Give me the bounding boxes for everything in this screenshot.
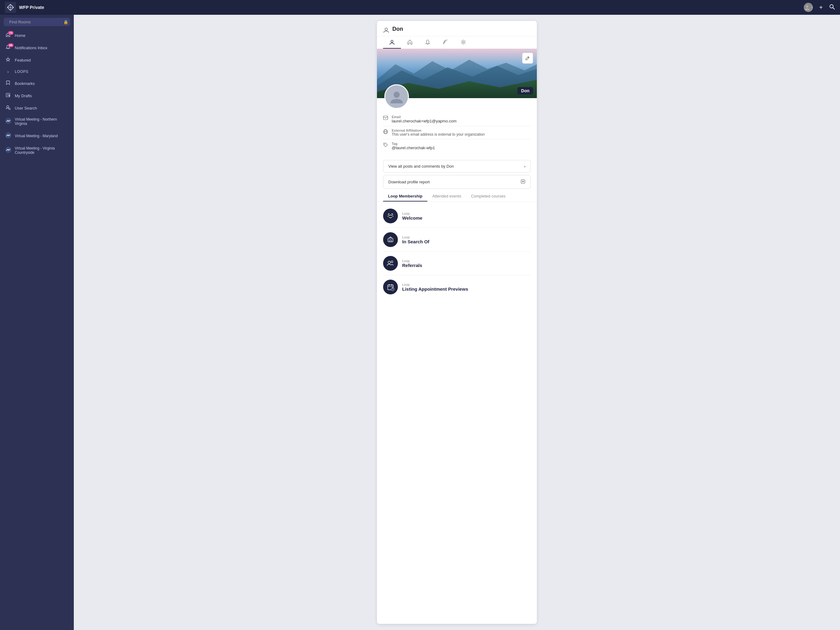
loop-in-search-of-icon: [383, 232, 398, 247]
download-report-label: Download profile report: [388, 180, 429, 184]
tag-icon: [383, 142, 388, 149]
sidebar-item-loops-label: LOOPS: [15, 70, 28, 74]
sidebar-item-drafts[interactable]: My Drafts: [0, 90, 74, 102]
top-navigation: WFP Private ▾ +: [0, 0, 840, 15]
vm-va-icon: [5, 146, 11, 154]
logo-icon: [5, 2, 16, 13]
view-posts-button[interactable]: View all posts and comments by Don ›: [383, 160, 531, 173]
find-rooms-input[interactable]: [9, 20, 61, 24]
add-icon[interactable]: +: [819, 4, 823, 11]
sidebar-item-drafts-label: My Drafts: [15, 93, 32, 98]
profile-tabs: [377, 36, 537, 49]
sidebar-search-bar[interactable]: 🔒: [4, 18, 70, 26]
sidebar-item-user-search[interactable]: User Search: [0, 102, 74, 114]
sub-tab-attended-events[interactable]: Attended events: [427, 192, 466, 201]
loop-welcome-name: Welcome: [402, 215, 422, 220]
loop-in-search-of-text: Loop In Search Of: [402, 235, 429, 244]
lock-icon: 🔒: [63, 20, 68, 24]
sidebar-item-vm-va[interactable]: Virtual Meeting - Virginia Countryside: [0, 143, 74, 158]
loop-welcome-icon: [383, 209, 398, 223]
profile-user-icon: [383, 27, 389, 35]
svg-point-14: [7, 135, 9, 136]
svg-point-26: [393, 92, 400, 98]
loop-item-in-search-of[interactable]: Loop In Search Of: [383, 228, 531, 252]
banner-edit-button[interactable]: [522, 52, 533, 64]
sidebar-item-vm-nova-label: Virtual Meeting - Northern Virginia: [15, 117, 69, 126]
svg-line-3: [833, 7, 835, 9]
tab-settings[interactable]: [455, 36, 472, 49]
profile-avatar-wrap: [384, 84, 409, 109]
loop-welcome-text: Loop Welcome: [402, 212, 422, 220]
loop-listing-appointment-icon: [383, 280, 398, 294]
profile-header-bar: Don: [377, 21, 537, 36]
profile-info: Email laurel.cherochak+wfp1@yapmo.com Ex…: [377, 109, 537, 157]
affiliation-info: External Affiliation This user's email a…: [392, 128, 485, 136]
sidebar-item-featured-label: Featured: [15, 58, 31, 62]
loop-referrals-label: Loop: [402, 259, 422, 263]
email-info: Email laurel.cherochak+wfp1@yapmo.com: [392, 115, 456, 123]
email-value: laurel.cherochak+wfp1@yapmo.com: [392, 119, 456, 123]
download-report-button[interactable]: Download profile report: [383, 175, 531, 189]
loop-listing-appointment-text: Loop Listing Appointment Previews: [402, 283, 468, 291]
email-icon: [383, 116, 388, 121]
affiliation-row: External Affiliation This user's email a…: [383, 126, 531, 139]
profile-avatar: [384, 84, 409, 109]
affiliation-label: External Affiliation: [392, 128, 485, 132]
sidebar-item-home-label: Home: [15, 33, 25, 38]
sidebar-item-featured[interactable]: Featured: [0, 54, 74, 66]
topnav-right: ▾ +: [804, 3, 835, 12]
search-icon[interactable]: [829, 4, 835, 11]
sidebar-item-bookmarks[interactable]: Bookmarks: [0, 77, 74, 90]
tag-row: Tag @laurel.cherochak-wfp1: [383, 139, 531, 153]
sidebar: 🔒 73 Home 58 No: [0, 15, 74, 630]
sidebar-item-vm-va-label: Virtual Meeting - Virginia Countryside: [15, 146, 69, 155]
affiliation-icon: [383, 129, 388, 135]
main-content: Don: [74, 15, 840, 630]
loop-referrals-text: Loop Referrals: [402, 259, 422, 268]
loop-item-welcome[interactable]: Loop Welcome: [383, 204, 531, 228]
sidebar-item-home[interactable]: 73 Home: [0, 29, 74, 41]
tab-home[interactable]: [401, 36, 419, 49]
loop-items-list: Loop Welcome Loop In Search Of: [377, 202, 537, 304]
app-title: WFP Private: [19, 5, 44, 10]
sidebar-item-notifications[interactable]: 58 Notifications Inbox: [0, 41, 74, 54]
loop-referrals-name: Referrals: [402, 263, 422, 268]
tag-label: Tag: [392, 142, 435, 146]
svg-marker-6: [6, 57, 10, 61]
loops-chevron-icon: ›: [5, 69, 11, 74]
loop-listing-appointment-name: Listing Appointment Previews: [402, 287, 468, 291]
svg-point-12: [7, 120, 9, 122]
sidebar-item-vm-md[interactable]: Virtual Meeting - Maryland: [0, 129, 74, 143]
sidebar-item-user-search-label: User Search: [15, 106, 37, 111]
tab-profile[interactable]: [383, 36, 401, 49]
tag-info: Tag @laurel.cherochak-wfp1: [392, 142, 435, 150]
tab-notifications[interactable]: [419, 36, 437, 49]
notifications-badge: 58: [8, 43, 14, 47]
chevron-right-icon: ›: [524, 164, 526, 169]
user-avatar[interactable]: ▾: [804, 3, 813, 12]
tab-feed[interactable]: [437, 36, 455, 49]
sub-tabs: Loop Membership Attended events Complete…: [377, 192, 537, 202]
sub-tab-loop-membership[interactable]: Loop Membership: [383, 192, 427, 201]
sub-tab-completed-courses[interactable]: Completed courses: [466, 192, 510, 201]
featured-icon: [5, 57, 11, 63]
svg-point-1: [806, 5, 808, 8]
vm-nova-icon: [5, 117, 11, 125]
svg-point-31: [384, 144, 385, 144]
email-label: Email: [392, 115, 456, 119]
download-icon: [521, 179, 526, 185]
loop-referrals-icon: [383, 256, 398, 271]
sidebar-item-loops[interactable]: › LOOPS: [0, 66, 74, 77]
sidebar-item-notifications-label: Notifications Inbox: [15, 46, 47, 50]
sidebar-item-vm-nova[interactable]: Virtual Meeting - Northern Virginia: [0, 114, 74, 129]
loop-item-referrals[interactable]: Loop Referrals: [383, 252, 531, 275]
svg-rect-27: [384, 116, 388, 120]
view-posts-label: View all posts and comments by Don: [388, 164, 454, 169]
svg-point-36: [391, 261, 393, 263]
loop-listing-appointment-label: Loop: [402, 283, 468, 287]
loop-item-listing-appointment[interactable]: Loop Listing Appointment Previews: [383, 275, 531, 299]
sidebar-item-bookmarks-label: Bookmarks: [15, 81, 35, 86]
svg-point-16: [7, 149, 9, 151]
profile-card: Don: [377, 21, 537, 624]
loop-welcome-label: Loop: [402, 212, 422, 215]
